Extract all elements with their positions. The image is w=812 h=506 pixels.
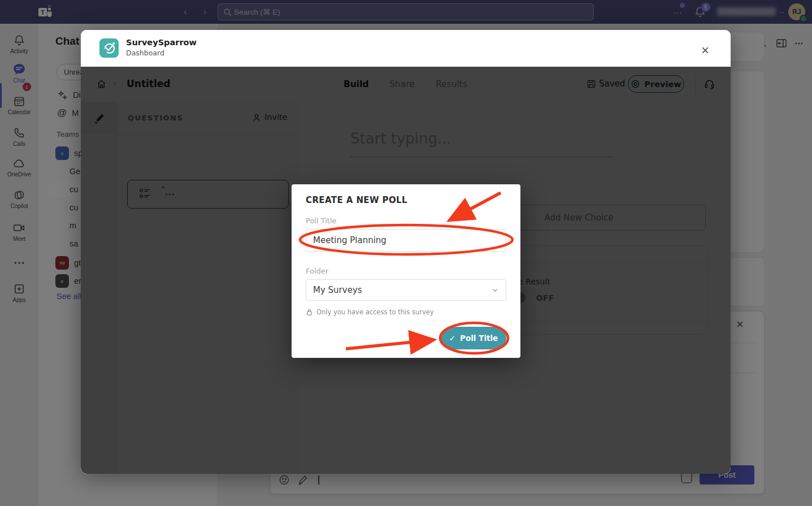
screen: T ‹ › Search (⌘ E) ... 5 ... RJ [0, 0, 812, 506]
access-note-text: Only you have access to this survey [316, 308, 434, 316]
chevron-down-icon [491, 286, 499, 294]
poll-title-label: Poll Title [306, 217, 337, 225]
app-subtitle: Dashboard [126, 49, 164, 57]
poll-title-input[interactable]: Meeting Planning [306, 229, 506, 252]
surveysparrow-logo-icon [99, 38, 119, 58]
folder-select[interactable]: My Surveys [306, 279, 506, 301]
submit-label: Poll Title [460, 334, 498, 343]
check-icon: ✓ [449, 334, 455, 343]
poll-title-submit-button[interactable]: ✓ Poll Title [441, 327, 506, 349]
poll-title-value: Meeting Planning [313, 235, 387, 245]
app-name: SurveySparrow [126, 38, 197, 47]
folder-value: My Surveys [313, 285, 362, 295]
create-poll-dialog: CREATE A NEW POLL Poll Title Meeting Pla… [292, 184, 520, 358]
access-note: Only you have access to this survey [306, 308, 434, 316]
modal-close-icon[interactable]: × [701, 46, 709, 55]
lock-icon [306, 308, 313, 316]
modal-header: SurveySparrow Dashboard × [81, 30, 731, 67]
dialog-title: CREATE A NEW POLL [306, 195, 407, 205]
folder-label: Folder [306, 267, 328, 275]
